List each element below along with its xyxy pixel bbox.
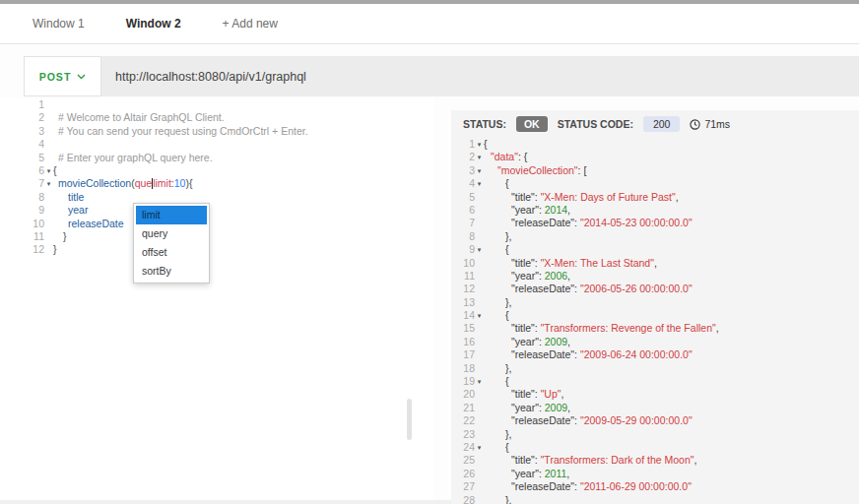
line-number: 12 [451, 283, 475, 295]
line-number: 8 [451, 230, 475, 243]
line-number: 14 [451, 309, 475, 322]
url-input[interactable]: http://localhost:8080/api/v1/graphql [101, 56, 859, 96]
code-text: }, [484, 494, 859, 504]
code-line: 10"title": "X-Men: The Last Stand", [451, 257, 859, 270]
tab-window-1[interactable]: Window 1 [33, 17, 85, 31]
code-line: 3▾"movieCollection": [ [451, 164, 859, 177]
code-text: "year": 2014, [484, 204, 859, 217]
autocomplete-popup: limitqueryoffsetsortBy [133, 203, 210, 284]
code-text: year [53, 204, 433, 217]
window-tab-bar: Window 1 Window 2 + Add new [0, 4, 859, 44]
status-code-badge: 200 [643, 116, 681, 132]
line-number: 6 [451, 204, 475, 217]
fold-arrow-icon[interactable]: ▾ [44, 164, 53, 177]
status-badge: OK [516, 116, 548, 132]
code-line: 4▾{ [451, 177, 859, 190]
code-text: "releaseDate": "2014-05-23 00:00:00.0" [484, 217, 859, 229]
code-text: "releaseDate": "2009-06-24 00:00:00.0" [484, 348, 859, 361]
line-number: 26 [451, 468, 475, 480]
code-line: 8title [0, 191, 433, 204]
line-number: 17 [451, 348, 475, 361]
line-number: 12 [0, 243, 44, 256]
code-text: "year": 2006, [484, 270, 859, 283]
autocomplete-item-sortBy[interactable]: sortBy [136, 262, 207, 281]
fold-arrow-icon[interactable]: ▾ [475, 375, 484, 388]
query-editor[interactable]: 12# Welcome to Altair GraphQL Client.3# … [0, 98, 433, 504]
response-status-bar: STATUS: OK STATUS CODE: 200 71ms [451, 110, 859, 138]
autocomplete-item-limit[interactable]: limit [136, 206, 207, 224]
code-text: } [53, 230, 433, 243]
response-time-value: 71ms [704, 118, 730, 130]
code-line: 28}, [451, 494, 859, 504]
code-text: }, [484, 296, 859, 309]
code-text: movieCollection(quelimit:10){ [53, 177, 433, 190]
add-new-tab-button[interactable]: + Add new [223, 17, 278, 31]
line-number: 1 [0, 98, 44, 111]
code-line: 13}, [451, 296, 859, 309]
code-text: "title": "X-Men: Days of Future Past", [484, 191, 859, 204]
line-number: 2 [0, 111, 44, 124]
fold-arrow-icon[interactable]: ▾ [475, 441, 484, 454]
fold-arrow-icon[interactable]: ▾ [475, 243, 484, 256]
code-line: 15"title": "Transformers: Revenge of the… [451, 322, 859, 335]
bottom-edge [0, 500, 451, 504]
code-line: 14▾{ [451, 309, 859, 322]
code-line: 5"title": "X-Men: Days of Future Past", [451, 191, 859, 204]
code-line: 10releaseDate [0, 218, 433, 230]
fold-arrow-icon[interactable]: ▾ [475, 138, 484, 151]
http-method-label: POST [39, 71, 72, 83]
code-text: { [484, 138, 859, 151]
line-number: 28 [451, 494, 475, 504]
autocomplete-item-query[interactable]: query [136, 224, 207, 243]
line-number: 22 [451, 414, 475, 427]
code-line: 9year [0, 204, 433, 217]
fold-arrow-icon[interactable]: ▾ [44, 177, 53, 190]
line-number: 6 [0, 164, 44, 177]
code-line: 3# You can send your request using CmdOr… [0, 125, 433, 138]
tab-window-2[interactable]: Window 2 [126, 17, 181, 31]
line-number: 16 [451, 336, 475, 348]
code-text: # Enter your graphQL query here. [53, 152, 433, 164]
line-number: 2 [451, 151, 475, 163]
line-number: 18 [451, 362, 475, 375]
code-text: } [53, 243, 433, 256]
code-line: 12} [0, 243, 433, 256]
code-text: # Welcome to Altair GraphQL Client. [53, 111, 433, 124]
fold-arrow-icon[interactable]: ▾ [475, 151, 484, 163]
code-text: "year": 2009, [484, 336, 859, 348]
code-line: 7"releaseDate": "2014-05-23 00:00:00.0" [451, 217, 859, 229]
line-number: 8 [0, 191, 44, 204]
line-number: 10 [451, 257, 475, 270]
status-code-label: STATUS CODE: [558, 118, 633, 130]
code-line: 4 [0, 138, 433, 151]
fold-arrow-icon[interactable]: ▾ [475, 164, 484, 177]
altair-graphql-client-window: Window 1 Window 2 + Add new POST http://… [0, 0, 859, 504]
code-line: 11} [0, 230, 433, 243]
editor-scrollbar-thumb[interactable] [407, 399, 412, 440]
autocomplete-item-offset[interactable]: offset [136, 243, 207, 262]
line-number: 5 [0, 152, 44, 164]
fold-arrow-icon[interactable]: ▾ [475, 309, 484, 322]
code-text: "data": { [484, 151, 859, 163]
response-panel: STATUS: OK STATUS CODE: 200 71ms 1▾{2▾"d… [451, 110, 859, 504]
line-number: 4 [0, 138, 44, 151]
chevron-down-icon [77, 74, 86, 80]
fold-arrow-icon[interactable]: ▾ [475, 177, 484, 190]
line-number: 19 [451, 375, 475, 388]
line-number: 7 [0, 177, 44, 190]
code-line: 18}, [451, 362, 859, 375]
code-text: }, [484, 428, 859, 441]
code-line: 16"year": 2009, [451, 336, 859, 348]
code-text: { [484, 177, 859, 190]
line-number: 25 [451, 454, 475, 467]
line-number: 5 [451, 191, 475, 204]
code-text: "releaseDate": "2006-05-26 00:00:00.0" [484, 283, 859, 295]
code-text: "title": "X-Men: The Last Stand", [484, 257, 859, 270]
code-text: "title": "Transformers: Dark of the Moon… [484, 454, 859, 467]
code-line: 22"releaseDate": "2009-05-29 00:00:00.0" [451, 414, 859, 427]
http-method-dropdown[interactable]: POST [24, 56, 101, 96]
code-line: 8}, [451, 230, 859, 243]
code-text: "title": "Up", [484, 388, 859, 401]
line-number: 11 [451, 270, 475, 283]
code-text: "title": "Transformers: Revenge of the F… [484, 322, 859, 335]
